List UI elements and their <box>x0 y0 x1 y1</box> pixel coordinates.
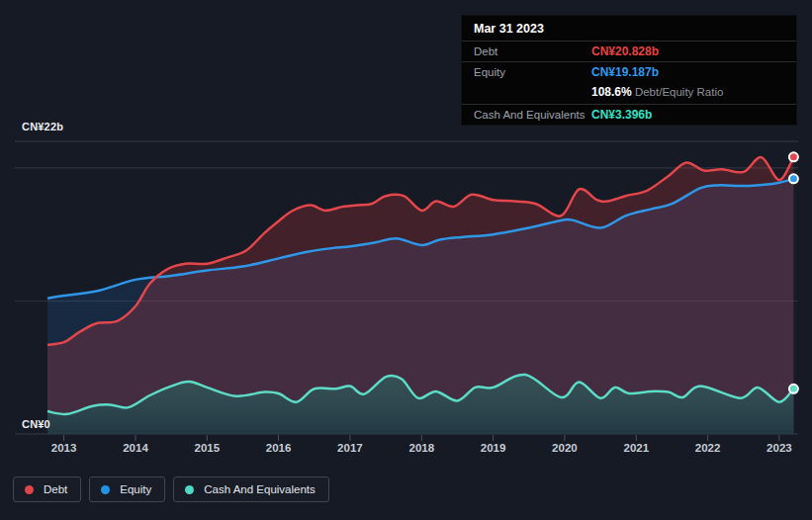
tooltip-row-ratio: 108.6% Debt/Equity Ratio <box>462 82 796 104</box>
x-tick-label: 2018 <box>409 442 435 454</box>
tooltip-ratio-label: Debt/Equity Ratio <box>635 86 724 98</box>
x-tick-label: 2021 <box>624 442 650 454</box>
x-tick-label: 2022 <box>695 442 721 454</box>
tooltip-cash-value: CN¥3.396b <box>591 108 786 122</box>
x-tick-label: 2020 <box>552 442 578 454</box>
legend-equity-label: Equity <box>120 483 151 495</box>
tooltip: Mar 31 2023 Debt CN¥20.828b Equity CN¥19… <box>461 15 797 126</box>
legend-debt-label: Debt <box>44 483 67 495</box>
y-axis-min-label: CN¥0 <box>22 418 50 430</box>
chart-legend: Debt Equity Cash And Equivalents <box>13 477 329 502</box>
x-tick-label: 2016 <box>266 442 292 454</box>
legend-cash-label: Cash And Equivalents <box>204 483 316 495</box>
debt-dot-icon <box>25 485 34 494</box>
tooltip-cash-label: Cash And Equivalents <box>474 109 591 121</box>
tooltip-row-cash: Cash And Equivalents CN¥3.396b <box>462 104 796 125</box>
x-tick-label: 2015 <box>195 442 221 454</box>
tooltip-ratio: 108.6% Debt/Equity Ratio <box>591 85 786 101</box>
legend-item-cash[interactable]: Cash And Equivalents <box>173 477 329 502</box>
x-tick-label: 2014 <box>123 442 148 454</box>
tooltip-row-equity: Equity CN¥19.187b <box>462 61 796 82</box>
tooltip-date: Mar 31 2023 <box>462 16 796 42</box>
cash-dot-icon <box>185 485 194 494</box>
equity-dot-icon <box>101 485 110 494</box>
tooltip-equity-value: CN¥19.187b <box>591 65 786 79</box>
page: { "tooltip": { "date": "Mar 31 2023", "d… <box>0 0 812 520</box>
tooltip-ratio-pct: 108.6% <box>591 85 632 99</box>
legend-item-debt[interactable]: Debt <box>13 477 81 502</box>
tooltip-debt-label: Debt <box>474 45 591 57</box>
tooltip-debt-value: CN¥20.828b <box>591 44 786 58</box>
x-tick-label: 2019 <box>481 442 506 454</box>
x-tick-label: 2013 <box>51 442 77 454</box>
x-tick-label: 2017 <box>337 442 363 454</box>
x-tick-label: 2023 <box>767 442 792 454</box>
y-axis-max-label: CN¥22b <box>22 121 63 132</box>
tooltip-row-debt: Debt CN¥20.828b <box>462 42 796 61</box>
x-axis: 2013201420152016201720182019202020212022… <box>0 442 812 458</box>
tooltip-equity-label: Equity <box>474 66 591 78</box>
legend-item-equity[interactable]: Equity <box>89 477 165 502</box>
